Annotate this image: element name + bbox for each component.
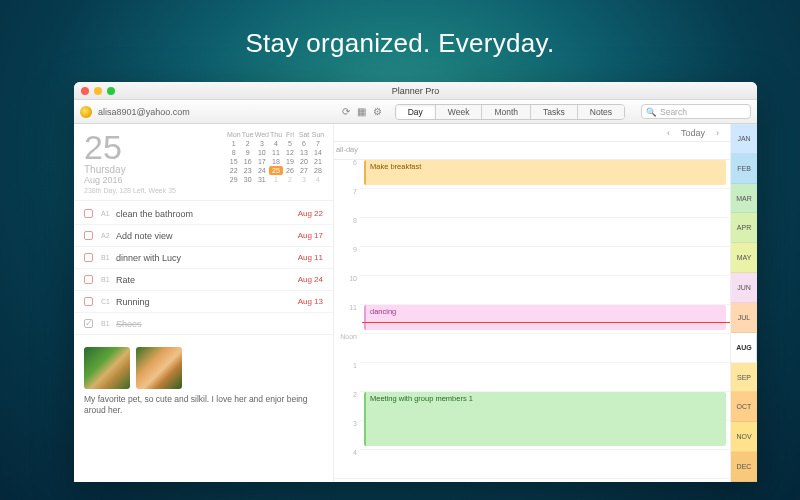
search-input[interactable]: 🔍 Search bbox=[641, 104, 751, 119]
month-tab-sep[interactable]: SEP bbox=[731, 363, 757, 393]
task-priority: A1 bbox=[101, 210, 111, 217]
task-priority: B1 bbox=[101, 254, 111, 261]
close-icon[interactable] bbox=[81, 87, 89, 95]
grid-icon[interactable]: ▦ bbox=[357, 107, 367, 117]
month-tabs: JANFEBMARAPRMAYJUNJULAUGSEPOCTNOVDEC bbox=[731, 124, 757, 482]
task-list: A1clean the bathroomAug 22A2Add note vie… bbox=[74, 201, 333, 341]
day-info: 238th Day, 128 Left, Week 35 bbox=[84, 187, 176, 194]
avatar[interactable] bbox=[80, 106, 92, 118]
task-row[interactable]: C1RunningAug 13 bbox=[74, 291, 333, 313]
day-timeline: ‹ Today › all-day 67891011Noon1234 Make … bbox=[334, 124, 731, 482]
today-button[interactable]: Today bbox=[681, 128, 705, 138]
month-tab-feb[interactable]: FEB bbox=[731, 154, 757, 184]
task-checkbox[interactable] bbox=[84, 275, 93, 284]
month-tab-jul[interactable]: JUL bbox=[731, 303, 757, 333]
hour-label: Noon bbox=[334, 333, 360, 340]
settings-icon[interactable]: ⚙ bbox=[373, 107, 383, 117]
month-tab-jan[interactable]: JAN bbox=[731, 124, 757, 154]
calendar-event[interactable]: dancing bbox=[364, 305, 726, 330]
window-title: Planner Pro bbox=[74, 86, 757, 96]
timeline-grid[interactable]: 67891011Noon1234 Make breakfastdancingMe… bbox=[334, 160, 730, 482]
day-of-week: Thursday bbox=[84, 164, 176, 175]
task-row[interactable]: B1dinner with LucyAug 11 bbox=[74, 247, 333, 269]
all-day-label: all-day bbox=[334, 142, 362, 159]
note-panel: My favorite pet, so cute and silkil. I l… bbox=[74, 341, 333, 417]
date-header: 25 Thursday Aug 2016 238th Day, 128 Left… bbox=[74, 124, 333, 201]
calendar-event[interactable]: Make breakfast bbox=[364, 160, 726, 185]
hour-label: 3 bbox=[334, 420, 360, 427]
hour-label: 6 bbox=[334, 160, 360, 166]
sync-icon[interactable]: ⟳ bbox=[341, 107, 351, 117]
minimize-icon[interactable] bbox=[94, 87, 102, 95]
hour-label: 8 bbox=[334, 217, 360, 224]
sidebar: 25 Thursday Aug 2016 238th Day, 128 Left… bbox=[74, 124, 334, 482]
hour-label: 9 bbox=[334, 246, 360, 253]
task-checkbox[interactable] bbox=[84, 231, 93, 240]
zoom-icon[interactable] bbox=[107, 87, 115, 95]
task-checkbox[interactable] bbox=[84, 319, 93, 328]
hour-label: 1 bbox=[334, 362, 360, 369]
content-area: 25 Thursday Aug 2016 238th Day, 128 Left… bbox=[74, 124, 757, 482]
hour-label: 10 bbox=[334, 275, 360, 282]
tab-week[interactable]: Week bbox=[436, 105, 483, 119]
task-priority: A2 bbox=[101, 232, 111, 239]
next-day-button[interactable]: › bbox=[713, 128, 722, 138]
task-row[interactable]: B1Shoes bbox=[74, 313, 333, 335]
date-number: 25 bbox=[84, 130, 176, 164]
hour-label: 4 bbox=[334, 449, 360, 456]
thumbnail-image[interactable] bbox=[84, 347, 130, 389]
task-date: Aug 24 bbox=[298, 275, 323, 284]
month-tab-jun[interactable]: JUN bbox=[731, 273, 757, 303]
all-day-row: all-day bbox=[334, 142, 730, 160]
task-date: Aug 11 bbox=[298, 253, 323, 262]
hour-label: 11 bbox=[334, 304, 360, 311]
month-tab-aug[interactable]: AUG bbox=[731, 333, 757, 363]
task-row[interactable]: B1RateAug 24 bbox=[74, 269, 333, 291]
task-name: Rate bbox=[116, 275, 298, 285]
month-tab-oct[interactable]: OCT bbox=[731, 392, 757, 422]
task-name: Shoes bbox=[116, 319, 323, 329]
search-icon: 🔍 bbox=[646, 107, 657, 117]
note-thumbnails bbox=[84, 347, 323, 389]
current-time-line bbox=[362, 322, 730, 323]
month-year: Aug 2016 bbox=[84, 175, 176, 185]
mini-calendar[interactable]: MonTueWedThuFriSatSun1234567891011121314… bbox=[227, 130, 325, 196]
tab-day[interactable]: Day bbox=[396, 105, 436, 119]
hour-label: 2 bbox=[334, 391, 360, 398]
task-name: clean the bathroom bbox=[116, 209, 298, 219]
task-date: Aug 22 bbox=[298, 209, 323, 218]
task-priority: C1 bbox=[101, 298, 111, 305]
tab-notes[interactable]: Notes bbox=[578, 105, 624, 119]
month-tab-mar[interactable]: MAR bbox=[731, 184, 757, 214]
month-tab-may[interactable]: MAY bbox=[731, 243, 757, 273]
task-name: Add note view bbox=[116, 231, 298, 241]
task-priority: B1 bbox=[101, 320, 111, 327]
window-controls bbox=[74, 87, 115, 95]
task-name: Running bbox=[116, 297, 298, 307]
prev-day-button[interactable]: ‹ bbox=[664, 128, 673, 138]
task-checkbox[interactable] bbox=[84, 209, 93, 218]
task-priority: B1 bbox=[101, 276, 111, 283]
tab-tasks[interactable]: Tasks bbox=[531, 105, 578, 119]
task-date: Aug 13 bbox=[298, 297, 323, 306]
search-placeholder: Search bbox=[660, 107, 687, 117]
hour-label: 7 bbox=[334, 188, 360, 195]
tab-month[interactable]: Month bbox=[482, 105, 531, 119]
month-tab-dec[interactable]: DEC bbox=[731, 452, 757, 482]
toolbar: alisa8901@yahoo.com ⟳ ▦ ⚙ DayWeekMonthTa… bbox=[74, 100, 757, 124]
task-date: Aug 17 bbox=[298, 231, 323, 240]
task-checkbox[interactable] bbox=[84, 297, 93, 306]
app-window: Planner Pro alisa8901@yahoo.com ⟳ ▦ ⚙ Da… bbox=[74, 82, 757, 482]
task-row[interactable]: A2Add note viewAug 17 bbox=[74, 225, 333, 247]
month-tab-nov[interactable]: NOV bbox=[731, 422, 757, 452]
account-email: alisa8901@yahoo.com bbox=[98, 107, 190, 117]
thumbnail-image[interactable] bbox=[136, 347, 182, 389]
calendar-event[interactable]: Meeting with group members 1 bbox=[364, 392, 726, 446]
task-name: dinner with Lucy bbox=[116, 253, 298, 263]
task-row[interactable]: A1clean the bathroomAug 22 bbox=[74, 203, 333, 225]
view-tabs: DayWeekMonthTasksNotes bbox=[395, 104, 625, 120]
month-tab-apr[interactable]: APR bbox=[731, 213, 757, 243]
timeline-nav: ‹ Today › bbox=[334, 124, 730, 142]
task-checkbox[interactable] bbox=[84, 253, 93, 262]
titlebar: Planner Pro bbox=[74, 82, 757, 100]
